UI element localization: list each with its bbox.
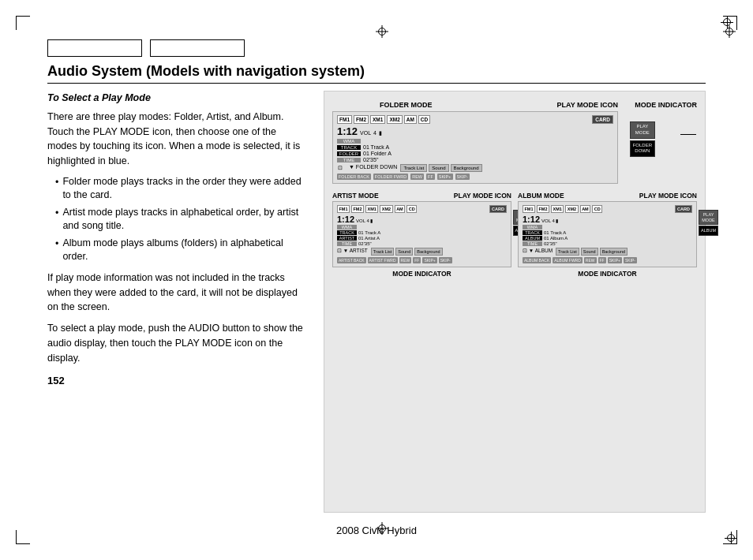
intro-paragraph: There are three play modes: Folder, Arti… — [47, 110, 308, 169]
card-btn[interactable]: CARD — [592, 115, 613, 124]
list-item: • Album mode plays albums (folders) in a… — [55, 237, 308, 264]
artist-mode-label: ARTIST MODE — [332, 192, 379, 200]
album-freq-row: FM1 FM2 XM1 XM2 AM CD CARD — [523, 205, 692, 213]
a-xm2[interactable]: XM2 — [380, 205, 392, 213]
sound-btn[interactable]: Sound — [429, 164, 448, 172]
skip-plus-btn[interactable]: SKIP+ — [437, 174, 453, 180]
track-value: 01 Track A — [363, 144, 389, 150]
artist-time-row: 1:12 VOL 4 ▮ — [337, 215, 507, 224]
text-column: To Select a Play Mode There are three pl… — [47, 91, 308, 513]
corner-mark-bl — [16, 530, 30, 544]
folder-down-icon: ▼ FOLDER DOWN — [349, 164, 397, 172]
artist-mode-indicator-label: MODE INDICATOR — [332, 270, 511, 278]
bullet-text-3: Album mode plays albums (folders) in alp… — [62, 237, 308, 264]
reg-mark-tr2 — [721, 16, 733, 28]
bullet-dot: • — [55, 237, 58, 264]
header-tab-2 — [150, 39, 245, 57]
a-fm1[interactable]: FM1 — [337, 205, 350, 213]
bullet-dot: • — [55, 176, 58, 203]
folder-back-btn[interactable]: FOLDER BACK — [337, 174, 371, 180]
bullet-dot: • — [55, 207, 58, 233]
page-title: Audio System (Models with navigation sys… — [47, 63, 706, 80]
folder-mode-section: FOLDER MODE PLAY MODE ICON MODE INDICATO… — [332, 101, 697, 184]
footer-text: 2008 Civic Hybrid — [336, 525, 417, 536]
wma-label: WMA — [337, 139, 361, 144]
folder-track-buttons: ⊡ ▼ FOLDER DOWN Track List Sound Backgro… — [337, 164, 613, 172]
time-label: TIME — [337, 158, 361, 162]
folder-fwd-btn[interactable]: FOLDER FWRD — [373, 174, 408, 180]
reg-mark-br — [725, 532, 737, 544]
skip-minus-btn[interactable]: SKIP- — [455, 174, 470, 180]
page-header: Audio System (Models with navigation sys… — [47, 39, 706, 84]
a-xm1[interactable]: XM1 — [365, 205, 378, 213]
folder-time: 1:12 — [337, 125, 358, 137]
album-mode-label: ALBUM MODE — [518, 192, 564, 200]
diagram-column: FOLDER MODE PLAY MODE ICON MODE INDICATO… — [324, 91, 706, 513]
fm1-btn[interactable]: FM1 — [337, 115, 352, 124]
artist-freq-row: FM1 FM2 XM1 XM2 AM CD CARD — [337, 205, 507, 213]
folder-play-mode-icon-label: PLAY MODE ICON — [556, 101, 618, 109]
main-content: To Select a Play Mode There are three pl… — [47, 91, 706, 513]
folder-play-mode-icon[interactable]: PLAYMODE — [630, 121, 655, 139]
paragraph-2: If play mode information was not include… — [47, 271, 308, 315]
time-value: 02'35" — [363, 157, 378, 162]
folder-play-mode-icon-area: PLAYMODE FOLDERDOWN — [630, 121, 655, 157]
bottom-modes-row: ARTIST MODE PLAY MODE ICON FM1 FM2 XM1 X… — [332, 192, 697, 278]
album-panel: FM1 FM2 XM1 XM2 AM CD CARD 1:12 VOL 4 ▮ … — [518, 201, 697, 267]
rew-btn[interactable]: REW — [410, 174, 424, 180]
folder-time-row2: TIME 02'35" — [337, 157, 613, 162]
header-divider — [47, 83, 706, 84]
folder-label: FOLDER — [337, 151, 361, 156]
header-tabs — [47, 39, 706, 57]
reg-mark-top — [376, 25, 388, 38]
folder-mode-indicator-label: MODE INDICATOR — [635, 101, 697, 109]
track-label: TRACK — [337, 145, 361, 150]
page-number: 152 — [47, 373, 308, 389]
folder-vol-num: 4 — [373, 130, 376, 136]
ff-btn[interactable]: FF — [426, 174, 435, 180]
list-item: • Folder mode plays tracks in the order … — [55, 175, 308, 203]
list-item: • Artist mode plays tracks in alphabetic… — [55, 206, 308, 233]
arrow-line — [680, 134, 696, 135]
folder-track-row: TRACK 01 Track A — [337, 144, 613, 150]
a-am[interactable]: AM — [395, 205, 406, 213]
a-fm2[interactable]: FM2 — [351, 205, 364, 213]
header-tab-1 — [47, 39, 142, 57]
folder-folder-row: FOLDER 01 Folder A — [337, 151, 613, 156]
folder-wma-row: WMA — [337, 139, 613, 144]
background-btn[interactable]: Background — [451, 164, 482, 172]
folder-value: 01 Folder A — [363, 151, 391, 156]
artist-panel: FM1 FM2 XM1 XM2 AM CD CARD 1:12 VOL 4 ▮ … — [332, 201, 511, 267]
footer: 2008 Civic Hybrid — [47, 525, 706, 536]
cd-btn[interactable]: CD — [418, 115, 430, 124]
track-list-btn[interactable]: Track List — [400, 164, 427, 172]
bullet-text-1: Folder mode plays tracks in the order th… — [62, 175, 308, 203]
corner-mark-tl — [16, 16, 30, 30]
album-mode-section: ALBUM MODE PLAY MODE ICON FM1 FM2 XM1 XM… — [518, 192, 697, 278]
xm1-btn[interactable]: XM1 — [370, 115, 385, 124]
xm2-btn[interactable]: XM2 — [387, 115, 402, 124]
folder-mode-label: FOLDER MODE — [380, 101, 433, 109]
am-btn[interactable]: AM — [404, 115, 417, 124]
artist-mode-section: ARTIST MODE PLAY MODE ICON FM1 FM2 XM1 X… — [332, 192, 511, 278]
a-cd[interactable]: CD — [406, 205, 417, 213]
mode-indicator-arrow — [680, 134, 696, 135]
album-play-icon: PLAYMODE ALBUM — [699, 210, 718, 236]
folder-vol: VOL — [360, 130, 371, 136]
folder-mode-indicator-box: FOLDERDOWN — [630, 140, 655, 158]
album-mode-indicator-label: MODE INDICATOR — [518, 270, 697, 278]
folder-vol-bar: ▮ — [379, 130, 382, 136]
bullet-text-2: Artist mode plays tracks in alphabetical… — [62, 206, 308, 233]
album-play-mode-icon-label: PLAY MODE ICON — [639, 192, 697, 200]
folder-freq-row: FM1 FM2 XM1 XM2 AM CD CARD — [337, 115, 613, 124]
section-title: To Select a Play Mode — [47, 91, 308, 106]
a-card[interactable]: CARD — [489, 205, 507, 213]
artist-play-mode-icon-label: PLAY MODE ICON — [454, 192, 511, 200]
fm2-btn[interactable]: FM2 — [354, 115, 369, 124]
folder-mode-panel: FM1 FM2 XM1 XM2 AM CD CARD 1:12 VOL 4 ▮ — [332, 111, 618, 184]
folder-bottom-controls: FOLDER BACK FOLDER FWRD REW FF SKIP+ SKI… — [337, 174, 613, 180]
paragraph-3: To select a play mode, push the AUDIO bu… — [47, 321, 308, 365]
folder-time-row: 1:12 VOL 4 ▮ — [337, 125, 613, 137]
bullet-list: • Folder mode plays tracks in the order … — [55, 175, 308, 264]
folder-icon: ⊡ — [337, 164, 343, 172]
